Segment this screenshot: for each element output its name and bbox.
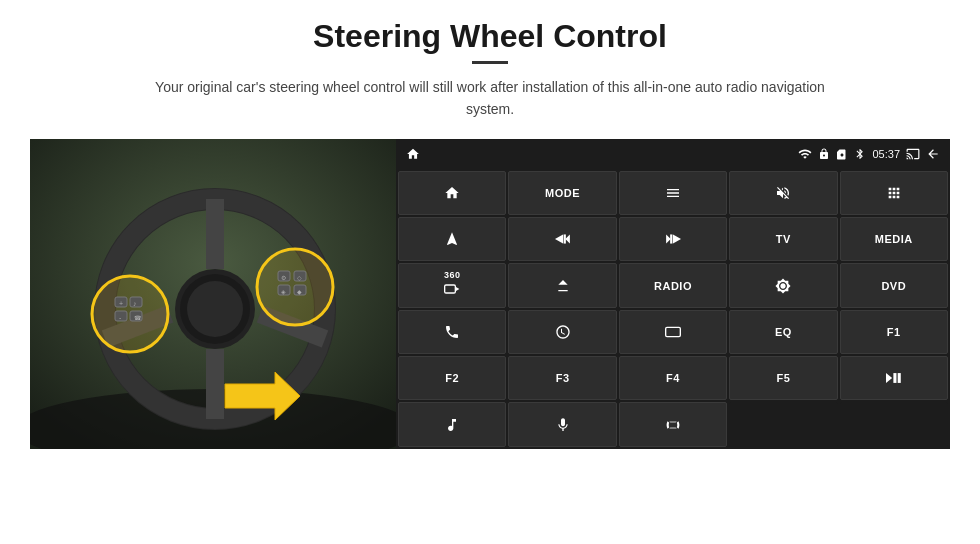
svg-rect-37 [445,285,456,293]
btn-swipe[interactable] [508,310,616,354]
svg-text:◈: ◈ [281,289,286,295]
btn-media[interactable]: MEDIA [840,217,948,261]
svg-text:☎: ☎ [134,315,142,321]
btn-eq[interactable]: EQ [729,310,837,354]
svg-text:⚙: ⚙ [281,275,286,281]
btn-next[interactable] [619,217,727,261]
svg-marker-33 [565,235,570,244]
btn-home[interactable] [398,171,506,215]
home-status-icon [406,147,420,161]
btn-music[interactable] [398,402,506,446]
btn-f1[interactable]: F1 [840,310,948,354]
btn-empty-1 [729,402,837,446]
status-time: 05:37 [872,148,900,160]
svg-marker-38 [456,287,459,291]
svg-text:+: + [119,300,123,307]
btn-f4[interactable]: F4 [619,356,727,400]
btn-mode[interactable]: MODE [508,171,616,215]
btn-mute[interactable] [729,171,837,215]
head-unit-panel: 05:37 MODE [396,139,950,449]
sim-icon [836,148,848,160]
svg-rect-39 [666,327,681,336]
status-left [406,147,420,161]
svg-text:◆: ◆ [297,289,302,295]
page-title: Steering Wheel Control [313,18,667,55]
page-container: Steering Wheel Control Your original car… [0,0,980,544]
title-divider [472,61,508,64]
button-grid: MODE [396,169,950,449]
btn-brightness[interactable] [729,263,837,307]
content-row: + - ♪ ☎ ⚙ ◈ ◇ ◆ [30,139,950,469]
btn-eject[interactable] [508,263,616,307]
svg-rect-41 [893,373,896,383]
svg-point-11 [187,281,243,337]
btn-navigate[interactable] [398,217,506,261]
svg-marker-40 [886,373,892,383]
status-right: 05:37 [798,147,940,161]
btn-tv[interactable]: TV [729,217,837,261]
svg-text:◇: ◇ [297,275,302,281]
bluetooth-icon [854,148,866,160]
svg-rect-42 [897,373,900,383]
steering-wheel-image: + - ♪ ☎ ⚙ ◈ ◇ ◆ [30,139,396,449]
svg-marker-31 [555,235,563,244]
btn-phone[interactable] [398,310,506,354]
btn-empty-2 [840,402,948,446]
btn-f5[interactable]: F5 [729,356,837,400]
btn-f3[interactable]: F3 [508,356,616,400]
btn-360cam[interactable]: 360 [398,263,506,307]
lock-icon [818,148,830,160]
btn-call[interactable] [619,402,727,446]
svg-text:♪: ♪ [133,300,137,307]
btn-menu[interactable] [619,171,727,215]
btn-dvd[interactable]: DVD [840,263,948,307]
back-icon [926,147,940,161]
btn-playpause[interactable] [840,356,948,400]
cast-icon [906,147,920,161]
wifi-icon [798,147,812,161]
btn-f2[interactable]: F2 [398,356,506,400]
btn-mic[interactable] [508,402,616,446]
page-subtitle: Your original car's steering wheel contr… [150,76,830,121]
btn-apps[interactable] [840,171,948,215]
btn-radio[interactable]: RADIO [619,263,727,307]
svg-marker-34 [673,235,681,244]
svg-marker-36 [666,235,671,244]
status-bar: 05:37 [396,139,950,169]
btn-prev[interactable] [508,217,616,261]
btn-screen[interactable] [619,310,727,354]
